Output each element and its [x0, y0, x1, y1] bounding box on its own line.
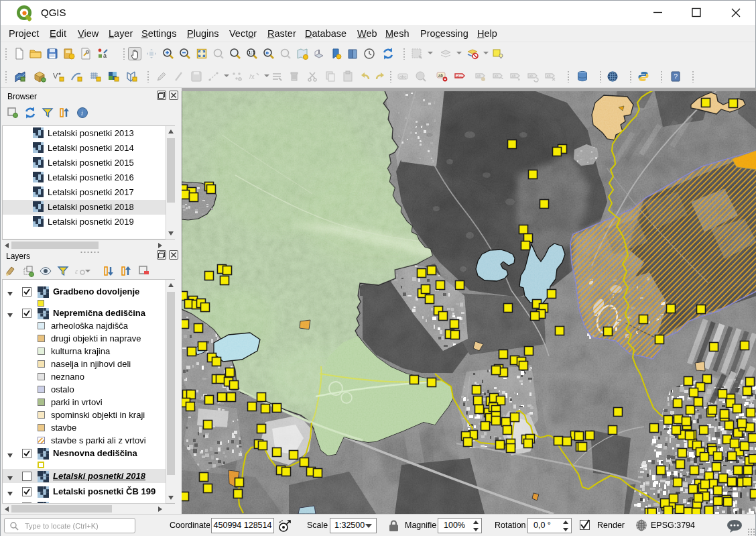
svg-text:ab: ab	[529, 74, 533, 78]
svg-text:/x: /x	[249, 73, 255, 81]
svg-text:V: V	[53, 72, 58, 80]
svg-text:1:1: 1:1	[249, 50, 255, 55]
svg-text:abc: abc	[456, 74, 463, 78]
svg-text:?: ?	[674, 73, 678, 81]
svg-text:abc: abc	[399, 74, 407, 79]
svg-text:a: a	[103, 52, 107, 59]
svg-text:ab: ab	[512, 74, 516, 78]
svg-text:ε: ε	[75, 268, 78, 275]
svg-text:ab: ab	[438, 73, 444, 78]
svg-text:ab: ab	[477, 74, 481, 78]
svg-text:i: i	[81, 109, 83, 117]
svg-text:ab: ab	[495, 74, 499, 78]
svg-text:ab: ab	[547, 74, 551, 78]
